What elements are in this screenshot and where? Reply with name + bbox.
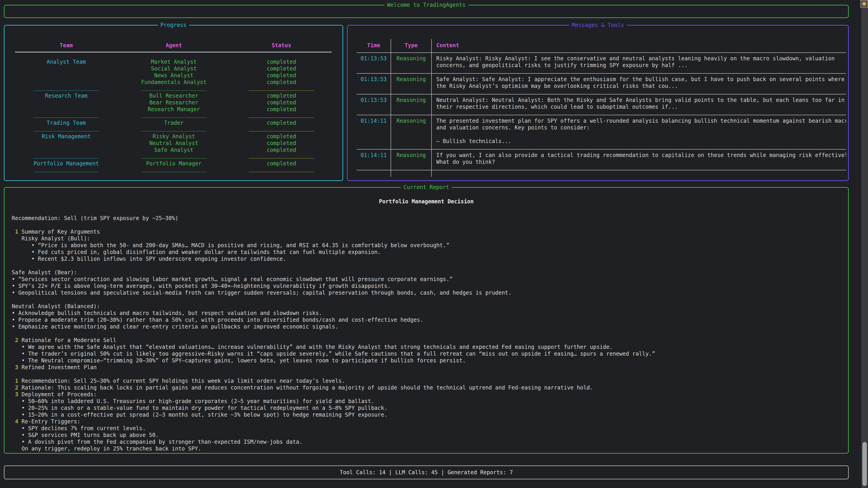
separator-line — [33, 158, 99, 159]
report-text: • 20–25% in cash or a stable-value fund … — [12, 405, 388, 411]
report-panel-title: Current Report — [401, 184, 452, 191]
report-line: • 50–60% into laddered U.S. Treasuries o… — [12, 398, 848, 404]
report-line: • Recent $2.3 billion inflows into SPY u… — [12, 256, 848, 262]
message-type: Reasoning — [391, 150, 432, 170]
report-text: • Acknowledge bullish technicals and mac… — [12, 310, 322, 316]
progress-table-row: Research Managercompleted — [23, 106, 332, 113]
report-line: Neutral Analyst (Balanced): — [12, 303, 848, 310]
list-number: 1 — [12, 229, 22, 235]
list-number: 3 — [12, 391, 22, 398]
report-line: • Acknowledge bullish technicals and mac… — [12, 310, 848, 317]
separator-line — [33, 118, 99, 118]
report-line: • “Services sector contraction and slowi… — [12, 276, 848, 283]
message-type: Reasoning — [391, 53, 432, 73]
report-text: On any trigger, redeploy in 25% tranches… — [12, 446, 201, 452]
separator-line — [33, 90, 99, 91]
scrollbar-track[interactable] — [861, 0, 868, 488]
status-cell: completed — [239, 99, 324, 106]
team-cell: Risk Management — [23, 133, 109, 140]
group-separator — [23, 126, 332, 133]
report-line: 3 Refined Investment Plan — [12, 364, 848, 371]
report-line: • We agree with the Safe Analyst that “e… — [12, 344, 848, 350]
separator-cell — [23, 128, 109, 131]
report-text: • Recent $2.3 billion inflows into SPY u… — [12, 256, 286, 262]
status-cell: completed — [239, 92, 324, 99]
table-tail — [357, 170, 846, 177]
separator-line — [141, 131, 207, 131]
report-line — [12, 371, 848, 378]
messages-panel-title: Messages & Tools — [569, 22, 627, 29]
welcome-panel: Welcome to TradingAgents — [4, 5, 849, 18]
report-text: • The Neutral compromise—“trimming 20–30… — [12, 357, 466, 364]
messages-table-header: Time Type Content — [357, 39, 846, 53]
progress-panel: Progress Team Agent Status Analyst TeamM… — [4, 25, 343, 181]
report-line: • SPY declines 7% from current levels. — [12, 425, 848, 432]
report-line: 1 Recommendation: Sell 25–30% of current… — [12, 378, 848, 384]
column-header-content: Content — [432, 39, 846, 53]
report-text: • Fed cuts priced in, global disinflatio… — [12, 249, 381, 255]
separator-cell — [131, 114, 217, 118]
progress-table-row: News Analystcompleted — [23, 72, 332, 79]
status-cell: completed — [239, 106, 324, 113]
report-text: Rationale: This scaling back locks in pa… — [22, 385, 593, 391]
list-number: 4 — [12, 418, 22, 425]
separator-line — [33, 172, 99, 172]
orange-dot-icon — [862, 2, 866, 6]
progress-table: Team Agent Status Analyst TeamMarket Ana… — [15, 42, 332, 174]
report-line: Risky Analyst (Bull): — [12, 235, 848, 242]
report-text: • SPY’s 22× P/E is above long-term avera… — [12, 283, 391, 289]
agent-cell: Trader — [131, 120, 217, 126]
list-number: 2 — [12, 337, 22, 344]
status-cell: completed — [239, 79, 324, 86]
report-text: • A dovish pivot from the Fed accompanie… — [12, 439, 303, 445]
report-line: • Emphasize active monitoring and clear … — [12, 323, 848, 330]
report-line: 3 Deployment of Proceeds: — [12, 391, 848, 398]
status-cell: completed — [239, 59, 324, 65]
separator-line — [141, 90, 207, 91]
report-line: Safe Analyst (Bear): — [12, 269, 848, 276]
progress-table-row: Trading TeamTradercompleted — [23, 120, 332, 126]
report-text: • We agree with the Safe Analyst that “e… — [12, 344, 613, 350]
progress-table-row: Analyst TeamMarket Analystcompleted — [23, 59, 332, 65]
message-time: 01:13:53 — [357, 94, 391, 115]
report-text: • S&P services PMI turns back up above 5… — [12, 432, 159, 438]
progress-table-row: Risk ManagementRisky Analystcompleted — [23, 133, 332, 140]
message-content: Risky Analyst: Risky Analyst: I see the … — [432, 53, 846, 73]
column-header-status: Status — [239, 42, 324, 49]
report-text: Recommendation: Sell 25–30% of current S… — [22, 378, 345, 384]
agent-cell: Neutral Analyst — [131, 140, 217, 147]
separator-cell — [131, 155, 217, 159]
message-time: 01:14:11 — [357, 150, 391, 170]
separator-cell — [239, 114, 324, 118]
team-cell — [23, 99, 109, 106]
group-separator — [23, 86, 332, 92]
agent-cell: Research Manager — [131, 106, 217, 113]
report-text: • 15–20% in a cost-effective put spread … — [12, 412, 388, 418]
scroll-top-button[interactable] — [860, 0, 868, 8]
progress-table-row: Bear Researchercompleted — [23, 99, 332, 106]
message-row: 01:13:53ReasoningNeutral Analyst: Neutra… — [357, 94, 846, 115]
report-line: • 20–25% in cash or a stable-value fund … — [12, 404, 848, 412]
tail-cell — [432, 170, 846, 177]
team-cell: Trading Team — [23, 120, 109, 126]
stats-text: Tool Calls: 14 | LLM Calls: 45 | Generat… — [340, 469, 513, 476]
message-row: 01:13:53ReasoningRisky Analyst: Risky An… — [357, 53, 846, 73]
separator-line — [249, 118, 314, 118]
separator-line — [249, 158, 314, 159]
report-text: Risky Analyst (Bull): — [12, 235, 90, 242]
report-text: Deployment of Proceeds: — [22, 391, 96, 398]
scrollbar-thumb[interactable] — [862, 442, 867, 486]
status-cell: completed — [239, 120, 324, 126]
column-header-agent: Agent — [131, 42, 217, 49]
report-line: Recommendation: Sell (trim SPY exposure … — [12, 215, 848, 222]
report-text: Safe Analyst (Bear): — [12, 269, 77, 275]
progress-table-row: Research TeamBull Researchercompleted — [23, 92, 332, 99]
report-body: Recommendation: Sell (trim SPY exposure … — [12, 215, 848, 452]
report-line: • The trader’s original 50% cut is likel… — [12, 350, 848, 357]
column-header-type: Type — [391, 39, 432, 53]
agent-cell: Risky Analyst — [131, 133, 217, 140]
team-cell — [23, 79, 109, 86]
separator-cell — [23, 87, 109, 91]
message-content: Safe Analyst: Safe Analyst: I appreciate… — [432, 74, 846, 94]
team-cell — [23, 65, 109, 72]
